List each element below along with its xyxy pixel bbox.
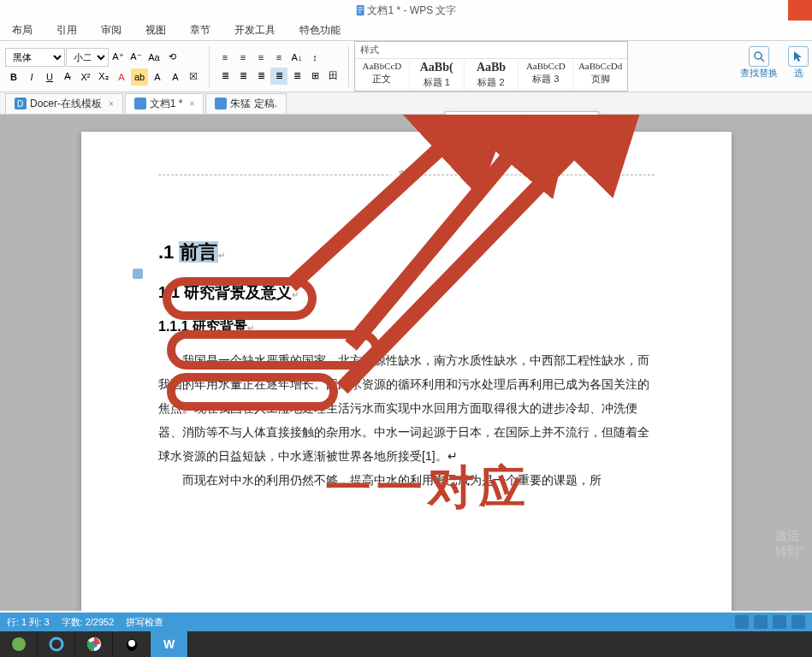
align-left-button[interactable]: ≣ <box>216 68 234 85</box>
svg-rect-8 <box>134 98 146 110</box>
taskbar-chrome[interactable] <box>75 631 113 657</box>
bullets-button[interactable]: ≡ <box>216 49 234 66</box>
taskbar-qq[interactable] <box>113 631 151 657</box>
tab-doc1[interactable]: 文档1 * × <box>125 93 204 114</box>
char-shading-button[interactable]: ☒ <box>185 68 202 86</box>
wps-icon: W <box>162 636 177 652</box>
paragraph-icon <box>133 269 145 281</box>
doc-icon <box>215 98 227 110</box>
status-position[interactable]: 行: 1 列: 3 <box>7 616 50 629</box>
taskbar: W <box>0 631 812 657</box>
svg-rect-10 <box>133 269 143 279</box>
menu-section[interactable]: 章节 <box>178 23 222 38</box>
find-replace-button[interactable]: 查找替换 <box>740 46 778 80</box>
superscript-button[interactable]: X² <box>77 68 94 86</box>
menu-special[interactable]: 特色功能 <box>287 23 353 38</box>
tab-docer[interactable]: D Docer-在线模板 × <box>5 93 123 114</box>
line-spacing-button[interactable]: ↕ <box>306 49 323 66</box>
menu-references[interactable]: 引用 <box>44 23 89 38</box>
canvas-area[interactable]: 言↵ .1 前言↵ 1.1 研究背景及意义↵ 1.1.1 研究背景↵ 我国是一个… <box>0 115 812 611</box>
status-spellcheck[interactable]: 拼写检查 <box>126 616 163 629</box>
paragraph-group: ≡ ≡ ≡ ≡ A↓ ↕ ≣ ≣ ≣ ≣ ≣ ⊞ 田 <box>211 45 347 88</box>
tab-draft[interactable]: 朱猛 定稿. <box>205 93 287 114</box>
ie-icon <box>49 636 64 652</box>
outdent-button[interactable]: ≡ <box>252 49 270 66</box>
underline-button[interactable]: U <box>41 68 58 86</box>
increase-font-button[interactable]: A⁺ <box>110 49 127 66</box>
menu-bar: 布局 引用 审阅 视图 章节 开发工具 特色功能 <box>0 21 812 41</box>
docer-icon: D <box>15 98 27 110</box>
select-button[interactable]: 选 <box>788 46 809 80</box>
styles-header: 样式 <box>355 42 627 59</box>
status-bar: 行: 1 列: 3 字数: 2/2952 拼写检查 <box>0 613 812 631</box>
close-tab-icon[interactable]: × <box>190 99 195 109</box>
menu-review[interactable]: 审阅 <box>89 23 133 38</box>
style-heading3[interactable]: AaBbCcD 标题 3 <box>519 59 573 91</box>
taskbar-start[interactable] <box>0 631 38 657</box>
ribbon: 黑体 小二 A⁺ A⁻ Aa ⟲ B I U A̶ X² X₂ A ab A A… <box>0 41 812 92</box>
view-mode-icon[interactable] <box>773 615 786 629</box>
chrome-icon <box>86 636 102 652</box>
numbering-button[interactable]: ≡ <box>234 49 252 66</box>
svg-point-4 <box>755 52 762 59</box>
qq-icon <box>124 636 139 652</box>
char-border-button[interactable]: A <box>167 68 184 86</box>
align-center-button[interactable]: ≣ <box>234 68 252 85</box>
close-button[interactable] <box>788 0 812 21</box>
view-mode-icon[interactable] <box>735 615 749 629</box>
strike-button[interactable]: A̶ <box>59 68 76 86</box>
italic-button[interactable]: I <box>23 68 40 86</box>
doc-icon <box>134 98 146 110</box>
taskbar-ie[interactable] <box>38 631 75 657</box>
svg-line-13 <box>342 115 633 388</box>
view-mode-icon[interactable] <box>754 615 768 629</box>
style-heading2[interactable]: AaBb 标题 2 <box>465 59 519 91</box>
annotation-arrow-3 <box>325 115 667 397</box>
activation-watermark: 激活 转到" <box>775 529 803 559</box>
shading-button[interactable]: ⊞ <box>306 68 323 85</box>
cursor-icon <box>788 46 809 67</box>
close-tab-icon[interactable]: × <box>109 99 114 109</box>
sort-button[interactable]: A↓ <box>288 49 305 66</box>
annotation-text: 一一对应 <box>325 457 530 519</box>
right-tools: 查找替换 选 <box>740 46 809 80</box>
font-color-button[interactable]: A <box>113 68 130 86</box>
window-title: 文档1 * - WPS 文字 <box>367 3 456 18</box>
view-mode-icon[interactable] <box>791 615 805 629</box>
svg-rect-9 <box>215 98 227 110</box>
decrease-font-button[interactable]: A⁻ <box>127 49 145 66</box>
borders-button[interactable]: 田 <box>324 68 341 85</box>
svg-point-14 <box>12 637 26 651</box>
start-icon <box>11 636 27 652</box>
clear-format-button[interactable]: ⟲ <box>163 49 181 66</box>
menu-layout[interactable]: 布局 <box>0 23 44 38</box>
text-effect-button[interactable]: A <box>149 68 166 86</box>
status-wordcount[interactable]: 字数: 2/2952 <box>62 616 115 629</box>
font-name-select[interactable]: 黑体 <box>5 48 65 67</box>
subscript-button[interactable]: X₂ <box>95 68 112 86</box>
style-normal[interactable]: AaBbCcD 正文 <box>355 59 410 91</box>
menu-devtools[interactable]: 开发工具 <box>222 23 287 38</box>
svg-rect-1 <box>359 8 363 9</box>
svg-point-19 <box>128 640 135 647</box>
svg-line-5 <box>761 58 764 62</box>
font-size-select[interactable]: 小二 <box>66 48 109 67</box>
bold-button[interactable]: B <box>5 68 22 86</box>
document-tabs: D Docer-在线模板 × 文档1 * × 朱猛 定稿. <box>0 92 812 115</box>
indent-button[interactable]: ≡ <box>270 49 287 66</box>
change-case-button[interactable]: Aa <box>145 49 163 66</box>
separator <box>348 46 349 87</box>
text-selection: 前言 <box>179 241 218 263</box>
styles-panel: 样式 AaBbCcD 正文 AaBb( 标题 1 AaBb 标题 2 AaBbC… <box>354 41 628 92</box>
menu-view[interactable]: 视图 <box>133 23 178 38</box>
style-heading1[interactable]: AaBb( 标题 1 <box>410 59 465 91</box>
svg-rect-3 <box>359 12 362 13</box>
annotation-box-h3 <box>167 373 338 411</box>
separator <box>209 46 210 87</box>
highlight-button[interactable]: ab <box>131 68 148 86</box>
taskbar-wps[interactable]: W <box>151 631 188 657</box>
align-right-button[interactable]: ≣ <box>252 68 270 85</box>
distribute-button[interactable]: ≣ <box>288 68 305 85</box>
align-justify-button[interactable]: ≣ <box>270 68 287 85</box>
style-footer[interactable]: AaBbCcDd 页脚 <box>573 59 627 91</box>
